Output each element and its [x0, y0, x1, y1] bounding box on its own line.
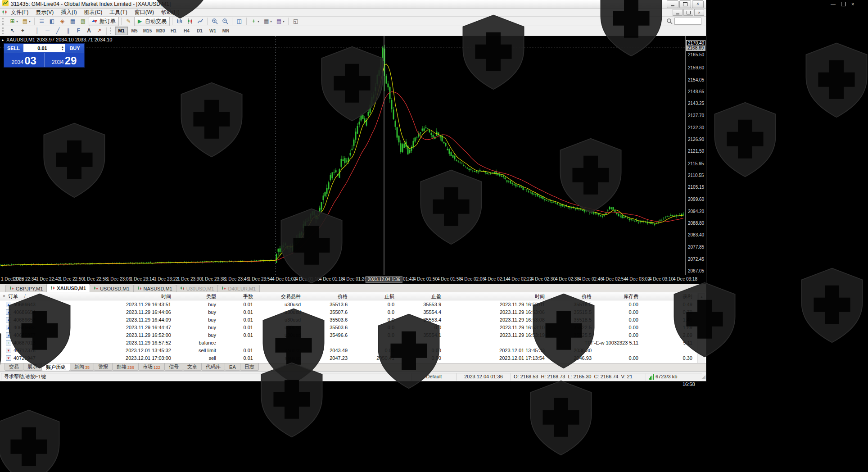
crosshair-button[interactable]: + — [18, 26, 27, 36]
menu-item-2[interactable]: 插入(I) — [57, 8, 80, 17]
dropdown-caret-icon[interactable]: ▾ — [258, 19, 259, 23]
titlebar[interactable]: 311435: GMI-Live04 - Global Market Index… — [0, 0, 706, 9]
terminal-close-icon[interactable]: × — [1, 293, 7, 300]
history-row[interactable]: ▲406868772023.11.29 16:52:00buy0.01u30us… — [0, 331, 706, 339]
sell-button[interactable]: SELL — [4, 44, 23, 53]
search-input[interactable] — [674, 18, 701, 25]
column-header-2[interactable]: 类型 — [206, 293, 216, 300]
menu-item-5[interactable]: 窗口(W) — [131, 8, 158, 17]
timeframe-H4[interactable]: H4 — [180, 27, 193, 35]
chart-tab-XAUUSD,M1[interactable]: XAUUSD,M1 — [46, 284, 90, 292]
timeframe-H1[interactable]: H1 — [167, 27, 180, 35]
terminal-tab-日志[interactable]: 日志 — [240, 363, 259, 371]
zoom-out-button[interactable] — [220, 17, 230, 26]
timeframe-M15[interactable]: M15 — [141, 27, 154, 35]
metaeditor-button[interactable]: ✎ — [124, 17, 133, 26]
close-button[interactable]: × — [692, 0, 704, 8]
data-window-button[interactable]: ◧ — [47, 17, 57, 26]
timeframe-M5[interactable]: M5 — [128, 27, 141, 35]
lot-size-input[interactable] — [23, 45, 61, 51]
toolbar-grip[interactable] — [110, 27, 113, 34]
column-header-4[interactable]: 交易品种 — [281, 293, 301, 300]
column-header-6[interactable]: 止损 — [384, 293, 394, 300]
timeframe-M30[interactable]: M30 — [154, 27, 167, 35]
trendline-button[interactable]: ╱ — [53, 26, 63, 36]
horizontal-line-button[interactable]: ─ — [43, 26, 52, 36]
bg-restore-icon[interactable] — [841, 2, 846, 6]
arrow-object-button[interactable]: ↗ — [95, 26, 104, 36]
new-chart-button[interactable]: ⊞▾ — [8, 17, 19, 26]
oct-toggle-icon[interactable]: ▴ — [2, 38, 4, 42]
column-header-1[interactable]: 时间 — [161, 293, 171, 300]
minimize-button[interactable] — [667, 0, 678, 8]
dropdown-caret-icon[interactable]: ▾ — [270, 19, 272, 23]
time-axis[interactable]: 1 Dec 20231 Dec 22:341 Dec 22:421 Dec 22… — [0, 275, 706, 284]
autotrading-button[interactable]: ▶自动交易 — [134, 17, 170, 26]
dropdown-caret-icon[interactable]: ▾ — [283, 19, 285, 23]
resize-grip-icon[interactable]: ◢ — [702, 374, 705, 380]
tile-windows-button[interactable]: ◫ — [235, 17, 244, 26]
menu-item-3[interactable]: 图表(C) — [81, 8, 106, 17]
terminal-tab-EA[interactable]: EA — [225, 363, 240, 371]
cursor-button[interactable]: ↖ — [8, 26, 17, 36]
channel-button[interactable]: ∥ — [63, 26, 73, 36]
toolbar-grip[interactable] — [2, 18, 5, 25]
timeframe-W1[interactable]: W1 — [206, 27, 219, 35]
chart-tab-D40EUR,M1[interactable]: D40EUR,M1 — [217, 285, 260, 292]
timeframe-D1[interactable]: D1 — [193, 27, 206, 35]
dropdown-caret-icon[interactable]: ▾ — [16, 19, 18, 23]
chart-area[interactable]: ▴ XAUUSD,M1 2033.97 2034.10 2033.71 2034… — [0, 36, 706, 284]
bars-button[interactable] — [175, 17, 184, 26]
price-axis[interactable]: 2170.40 2168.69 2165.502159.602154.05214… — [685, 36, 706, 275]
bg-minimize-icon[interactable]: — — [831, 1, 836, 7]
menu-item-6[interactable]: 帮助(H) — [158, 8, 183, 17]
line-chart-button[interactable] — [195, 17, 205, 26]
terminal-tab-代码库[interactable]: 代码库 — [201, 363, 225, 371]
toolbar-grip[interactable] — [2, 27, 5, 34]
column-header-10[interactable]: 库存费 — [624, 293, 638, 300]
bg-close-icon[interactable]: × — [851, 1, 854, 7]
chart-tab-GBPJPY,M1[interactable]: GBPJPY,M1 — [5, 285, 47, 292]
child-close-button[interactable]: × — [694, 9, 704, 16]
timeframe-M1[interactable]: M1 — [115, 27, 128, 35]
column-header-11[interactable]: 获利 — [683, 293, 692, 300]
history-row[interactable]: ▲406866572023.11.29 16:44:09buy0.01u30us… — [0, 316, 706, 324]
periods-button[interactable]: ▦▾ — [262, 17, 273, 26]
templates-button[interactable]: ▤▾ — [274, 17, 286, 26]
navigator-button[interactable]: ◈ — [58, 17, 67, 26]
terminal-tab-账户历史[interactable]: 账户历史 — [41, 363, 70, 371]
column-header-8[interactable]: 时间 — [535, 293, 545, 300]
lot-decrease-icon[interactable]: ▼ — [61, 48, 64, 51]
status-profile[interactable]: Default — [411, 373, 457, 381]
maximize-button[interactable] — [679, 0, 691, 8]
terminal-tab-文章[interactable]: 文章 — [183, 363, 202, 371]
menu-item-0[interactable]: 文件(F) — [7, 8, 32, 17]
zoom-in-button[interactable] — [210, 17, 219, 26]
terminal-tab-信号[interactable]: 信号 — [164, 363, 183, 371]
terminal-tab-邮箱[interactable]: 邮箱256 — [112, 363, 139, 371]
vertical-line-button[interactable]: │ — [32, 26, 42, 36]
candles-button[interactable] — [185, 17, 194, 26]
strategy-tester-button[interactable]: ▧ — [78, 17, 88, 26]
menu-item-4[interactable]: 工具(T) — [106, 8, 131, 17]
fullscreen-button[interactable]: ◱ — [291, 17, 300, 26]
dropdown-caret-icon[interactable]: ▾ — [29, 19, 31, 23]
column-header-9[interactable]: 价格 — [582, 293, 592, 300]
column-header-0[interactable]: 订单 — [8, 293, 18, 300]
column-header-5[interactable]: 价格 — [338, 293, 348, 300]
new-order-button[interactable]: 新订单 — [89, 17, 119, 26]
terminal-tab-展示[interactable]: 展示 — [23, 363, 42, 371]
terminal-tab-新闻[interactable]: 新闻35 — [70, 363, 94, 371]
market-watch-button[interactable]: ☰ — [37, 17, 46, 26]
history-row[interactable]: ▼407173762023.12.01 13:45:32sell limit0.… — [0, 347, 706, 354]
chart-tab-NASUSD,M1[interactable]: NASUSD,M1 — [133, 285, 176, 292]
terminal-tab-警报[interactable]: 警报 — [94, 363, 113, 371]
indicators-button[interactable]: +▾ — [249, 17, 261, 26]
column-header-7[interactable]: 止盈 — [431, 293, 441, 300]
buy-button[interactable]: BUY — [65, 44, 84, 53]
chart-tab-U30USD,M1[interactable]: U30USD,M1 — [176, 285, 218, 292]
child-restore-button[interactable] — [683, 9, 693, 16]
terminal-tab-交易[interactable]: 交易 — [5, 363, 23, 371]
history-row[interactable]: ▲406866542023.11.29 16:44:06buy0.01u30us… — [0, 309, 706, 316]
candlestick-chart[interactable] — [0, 36, 685, 275]
